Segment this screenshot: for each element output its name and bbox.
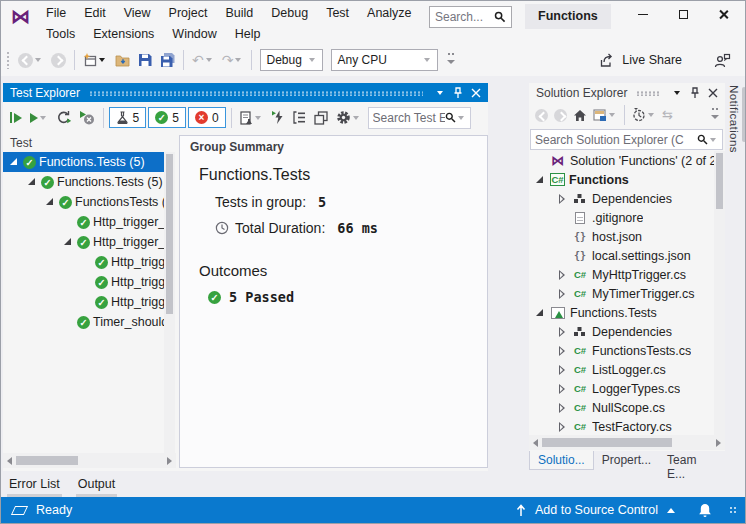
solution-tree-row[interactable]: {}host.json [529,227,714,246]
group-by-button[interactable] [289,109,309,126]
menu-edit[interactable]: Edit [75,3,115,23]
menu-test[interactable]: Test [317,3,358,23]
navigate-forward-button[interactable] [552,107,569,124]
test-search-box[interactable]: Search Test E [368,107,471,129]
solution-tree-row[interactable]: Functions.Tests [529,303,714,322]
solution-tree-row[interactable]: C#MyTimerTrigger.cs [529,284,714,303]
passed-tests-filter-button[interactable]: ✓ 5 [148,107,186,128]
tree-expander-icon[interactable] [556,402,568,414]
redo-button[interactable]: ↷ [219,50,247,70]
scroll-right-arrow[interactable] [163,453,176,468]
window-position-menu-button[interactable] [669,85,685,101]
toolbar-overflow-button[interactable] [710,107,720,123]
solution-tree-row[interactable]: C#ListLogger.cs [529,360,714,379]
test-tree-row[interactable]: ✓Http_trigger_sho [3,272,164,292]
total-tests-filter-button[interactable]: 5 [109,107,147,128]
menu-project[interactable]: Project [160,3,217,23]
new-project-button[interactable] [80,50,110,70]
background-tasks-icon[interactable] [11,506,28,515]
repeat-last-run-button[interactable] [53,108,74,127]
tree-expander-icon[interactable] [534,174,546,186]
open-file-button[interactable] [112,51,133,70]
solution-tree-row[interactable]: ⋈Solution 'Functions' (2 of 2 p [529,151,714,170]
tree-expander-icon[interactable] [8,156,20,168]
tree-expander-icon[interactable] [556,421,568,433]
scrollbar-thumb[interactable] [542,438,672,447]
chevron-up-icon[interactable] [667,508,675,513]
solution-platform-dropdown[interactable]: Any CPU [331,49,438,71]
maximize-button[interactable] [663,1,703,28]
layers-button[interactable] [311,109,331,127]
run-tests-after-build-button[interactable] [268,108,287,127]
menu-view[interactable]: View [115,3,160,23]
toolbar-drag-grip[interactable] [6,51,10,69]
notifications-bell-icon[interactable] [698,503,712,518]
playlist-button[interactable] [237,109,266,127]
test-list-column-header[interactable]: Test [3,135,176,152]
notifications-scrollbar[interactable] [742,87,746,142]
navigate-back-button[interactable] [15,50,46,71]
run-all-tests-button[interactable] [7,110,25,125]
tab-output[interactable]: Output [76,475,118,493]
toolbar-overflow-button[interactable] [446,52,456,68]
test-tree-vertical-scrollbar[interactable] [164,152,175,453]
scroll-right-arrow[interactable] [712,435,725,450]
test-tree-horizontal-scrollbar[interactable] [3,453,176,468]
menu-file[interactable]: File [37,3,75,23]
tree-expander-icon[interactable] [556,364,568,376]
pin-button[interactable] [687,85,703,101]
sync-with-active-document-button[interactable]: ⇆ [660,106,675,124]
close-panel-button[interactable] [705,85,721,101]
test-tree-row[interactable]: ✓Http_trigger_sho [3,252,164,272]
tree-expander-icon[interactable] [62,236,74,248]
solution-search-box[interactable]: Search Solution Explorer (C [530,129,723,150]
solution-configuration-dropdown[interactable]: Debug [260,49,323,71]
solution-tree-row[interactable]: C#TestFactory.cs [529,417,714,436]
tree-expander-icon[interactable] [556,383,568,395]
failed-tests-filter-button[interactable]: × 0 [188,107,226,128]
scrollbar-thumb[interactable] [166,154,173,314]
resize-grip[interactable] [729,506,737,514]
test-tree-row[interactable]: ✓Timer_should_log_ [3,312,164,332]
live-share-button[interactable]: Live Share [622,53,682,67]
tree-expander-icon[interactable] [556,326,568,338]
close-panel-button[interactable] [468,85,484,101]
add-to-source-control-button[interactable]: Add to Source Control [535,503,658,517]
tab-solutio[interactable]: Solutio... [529,451,594,470]
menu-window[interactable]: Window [163,24,225,44]
run-button[interactable] [27,111,51,125]
minimize-button[interactable] [623,1,663,28]
cancel-run-button[interactable] [76,108,98,127]
solution-tree-row[interactable]: Dependencies [529,189,714,208]
tree-expander-icon[interactable] [556,288,568,300]
save-button[interactable] [135,50,155,70]
close-button[interactable] [703,1,743,28]
tree-expander-icon[interactable] [534,307,546,319]
tab-propert[interactable]: Propert... [594,451,659,470]
menu-debug[interactable]: Debug [262,3,317,23]
solution-tree-horizontal-scrollbar[interactable] [529,435,725,450]
solution-tree-row[interactable]: C#NullScope.cs [529,398,714,417]
pending-changes-filter-button[interactable] [630,106,658,124]
notifications-tab[interactable]: Notifications [728,85,740,153]
navigate-back-button[interactable] [533,107,550,124]
solution-tree-row[interactable]: C#MyHttpTrigger.cs [529,265,714,284]
home-button[interactable] [571,107,589,124]
solution-tree-row[interactable]: .gitignore [529,208,714,227]
test-explorer-title-bar[interactable]: Test Explorer [3,83,488,102]
solution-tree-row[interactable]: C#Functions [529,170,714,189]
test-tree-row[interactable]: ✓Functions.Tests (5) [3,152,164,172]
switch-views-button[interactable] [591,107,619,124]
scroll-left-arrow[interactable] [529,435,542,450]
feedback-icon[interactable] [714,53,731,68]
solution-tree-vertical-scrollbar[interactable] [714,151,725,435]
tree-expander-icon[interactable] [556,269,568,281]
test-tree-row[interactable]: ✓Http_trigger_shoul [3,232,164,252]
menu-analyze[interactable]: Analyze [358,3,420,23]
menu-tools[interactable]: Tools [37,24,84,44]
scroll-left-arrow[interactable] [3,453,16,468]
pin-button[interactable] [450,85,466,101]
solution-tree-row[interactable]: C#FunctionsTests.cs [529,341,714,360]
test-tree-row[interactable]: ✓Functions.Tests (5) [3,172,164,192]
solution-explorer-title-bar[interactable]: Solution Explorer [529,83,725,102]
